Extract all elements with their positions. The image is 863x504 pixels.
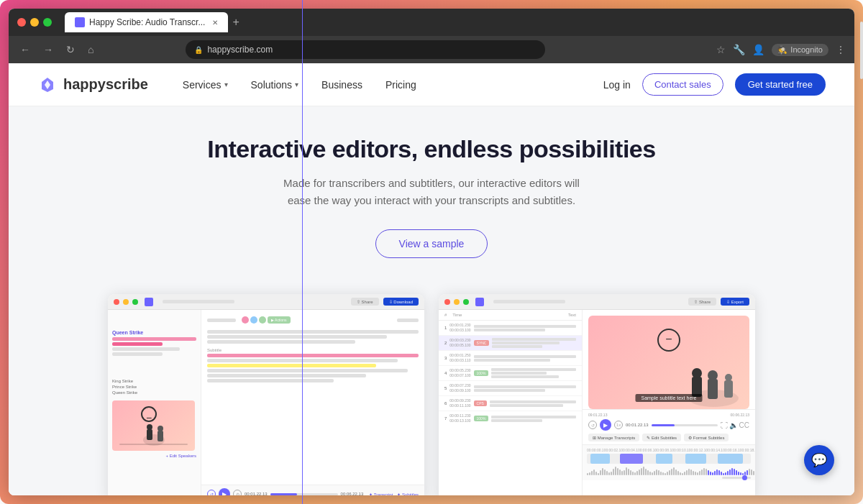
waveform-bar [619,469,621,475]
address-bar[interactable]: 🔒 happyscribe.com [186,40,545,59]
nav-pricing[interactable]: Pricing [385,79,416,91]
card2-share-btn[interactable]: ⇧ Share [688,298,716,306]
waveform-bar [716,469,718,475]
card1-share-btn[interactable]: ⇧ Share [351,298,379,306]
waveform-bar [673,467,675,475]
card2-list-header: # Time Text [439,310,582,321]
card2-speed[interactable]: 1x [614,421,623,429]
player-settings[interactable]: ⚙ [233,490,242,495]
nav-solutions[interactable]: Solutions ▾ [251,79,299,91]
player-duration: 00:06.22.13 [341,492,364,495]
color-dot-blue[interactable] [250,316,257,324]
back-button[interactable]: ← [17,42,33,57]
waveform-bar [634,472,636,475]
waveform-bar [697,472,698,475]
card2-player: 09:01.22.13 00:06.22.13 ↺ ▶ 1x 00:01.22.… [583,409,755,444]
volume-icon[interactable]: 🔈 [729,421,738,429]
get-started-button[interactable]: Get started free [735,73,826,96]
player-play-button[interactable]: ▶ [219,488,230,495]
card2-waveform: 00:00:00.1 00:00:02.1 00:00:04.1 00:00:0… [583,444,755,480]
zoom-handle[interactable] [742,475,747,480]
svg-rect-1 [147,429,152,440]
home-button[interactable]: ⌂ [85,42,96,57]
waveform-bar [725,472,726,475]
waveform-bar [699,471,700,475]
login-button[interactable]: Log in [603,79,631,91]
extensions-icon[interactable]: 🔧 [733,44,745,55]
refresh-button[interactable]: ↻ [63,42,78,57]
badge-error: SYNC [474,340,490,346]
timeline-track1 [587,454,751,464]
waveform-bar [682,473,683,475]
zoom-slider[interactable] [722,477,751,479]
card2-rewind[interactable]: ↺ [588,421,597,429]
transcript-link[interactable]: ✦ Transcript [369,492,393,496]
logo[interactable]: happyscribe [37,75,148,95]
card1-transcript: ▶ Actions [201,310,424,485]
screenshots-section: ⇧ Share ⇩ Download Queen Strike [9,280,854,495]
toolbar-right: ☆ 🔧 👤 🕵️ Incognito ⋮ [716,44,846,56]
list-row-5: 5 00:00:07.230 00:00:09.100 [439,381,582,396]
subtitles-link[interactable]: ✦ Subtitles [397,492,419,496]
card1-titlebar-bar [163,300,234,303]
card2-timestamps: 09:01.22.13 00:06.22.13 [588,413,749,417]
color-dot-green[interactable] [259,316,266,324]
waveform-bar [636,471,638,475]
card2-preview-panel: − [583,310,755,495]
card2-progress[interactable] [652,424,718,426]
color-dot-pink[interactable] [242,316,249,324]
waveform-bar [690,469,692,475]
player-progress-bar[interactable] [270,493,338,495]
card2-controls-row: ↺ ▶ 1x 00:01.22.13 ⛶ 🔈 [588,419,749,431]
waveform-bar [630,470,631,475]
menu-icon[interactable]: ⋮ [836,44,846,55]
profile-icon[interactable]: 👤 [752,44,764,55]
card1-download-btn[interactable]: ⇩ Download [383,298,419,306]
card2-download-btn[interactable]: ⇩ Export [721,298,749,306]
fullscreen-icon[interactable]: ⛶ [721,421,728,429]
new-tab-button[interactable]: + [232,16,239,29]
nav-services[interactable]: Services ▾ [183,79,228,91]
waveform-bar [708,470,709,475]
list-row-2-active[interactable]: 2 00:00:03.230 00:00:05.100 SYNC [439,336,582,351]
waveform-bar [658,470,659,475]
waveform-bar [595,472,597,475]
card2-play-button[interactable]: ▶ [600,419,611,431]
svg-point-9 [708,370,718,380]
minimize-button[interactable] [30,18,39,27]
tab-close-icon[interactable]: ✕ [212,19,218,27]
timeline-block1 [590,454,610,464]
manage-transcripts-btn[interactable]: ⊞ Manage Transcripts [588,434,639,441]
format-subtitles-btn[interactable]: ⚙ Format Subtitles [684,434,729,441]
active-tab[interactable]: Happy Scribe: Audio Transcr... ✕ [65,12,228,32]
player-progress-fill [270,493,298,495]
waveform-bar [688,469,690,475]
contact-sales-button[interactable]: Contact sales [642,73,723,96]
badge-ok: 100% [474,370,489,376]
card1-dot-green [132,299,138,305]
card1-edit-toolbar: ▶ Actions [207,314,419,326]
action-badge[interactable]: ▶ Actions [268,316,291,324]
edit-subtitles-btn[interactable]: ✎ Edit Subtitles [642,434,681,441]
chat-bubble[interactable]: 💬 [804,445,834,475]
forward-button[interactable]: → [40,42,56,57]
zoom-control [587,477,751,479]
waveform-bar [749,469,750,475]
svg-rect-3 [157,431,163,441]
cc-icon[interactable]: CC [739,421,749,429]
card1-sidebar: Queen Strike King Strike Prince Strike [108,310,201,495]
waveform-bar [714,471,716,475]
waveform-bar [712,472,713,475]
maximize-button[interactable] [43,18,52,27]
nav-business[interactable]: Business [321,79,362,91]
waveform-bar [686,470,688,475]
edit-speakers-link[interactable]: + Edit Speakers [112,454,196,458]
player-controls-right: ✦ Transcript ✦ Subtitles [369,492,419,496]
player-rewind[interactable]: ↺ [207,490,216,495]
close-button[interactable] [17,18,26,27]
transcript-block-2: Subtitle [207,348,419,382]
view-sample-button[interactable]: View a sample [375,229,488,258]
bookmark-icon[interactable]: ☆ [716,44,726,55]
subtitle-overlay: Sample subtitle text here [635,394,702,402]
timeline-block5 [718,454,742,464]
